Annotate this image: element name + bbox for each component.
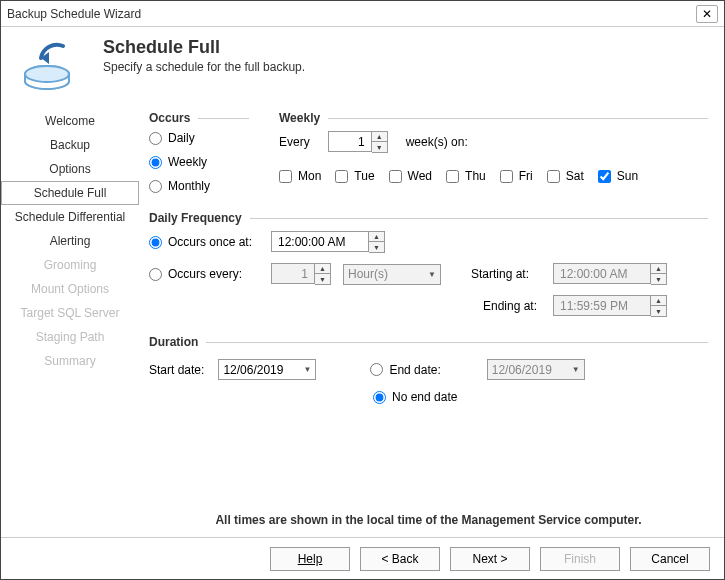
sidebar-item-grooming: Grooming (1, 253, 139, 277)
weekly-group-label: Weekly (279, 111, 320, 125)
finish-button: Finish (540, 547, 620, 571)
header-area: Schedule Full Specify a schedule for the… (1, 27, 724, 103)
wizard-steps-sidebar: Welcome Backup Options Schedule Full Sch… (1, 103, 139, 537)
sidebar-item-backup[interactable]: Backup (1, 133, 139, 157)
day-wed[interactable]: Wed (389, 169, 432, 183)
wizard-window: Backup Schedule Wizard ✕ Schedule Full S… (0, 0, 725, 580)
no-end-date-radio[interactable]: No end date (373, 390, 457, 404)
day-fri[interactable]: Fri (500, 169, 533, 183)
daily-frequency-group: Occurs once at: ▲▼ Occurs every: ▲▼ (149, 231, 708, 317)
content-area: Welcome Backup Options Schedule Full Sch… (1, 103, 724, 537)
sidebar-item-schedule-differential[interactable]: Schedule Differential (1, 205, 139, 229)
occurs-once-label: Occurs once at: (168, 235, 252, 249)
day-sat[interactable]: Sat (547, 169, 584, 183)
close-icon: ✕ (702, 7, 712, 21)
page-subheading: Specify a schedule for the full backup. (103, 60, 305, 74)
duration-row-1: Start date: 12/06/2019▼ End date: 12/06/… (149, 359, 708, 380)
sidebar-item-welcome[interactable]: Welcome (1, 109, 139, 133)
spinner-down-icon[interactable]: ▼ (369, 242, 384, 252)
day-mon[interactable]: Mon (279, 169, 321, 183)
spinner-down-icon[interactable]: ▼ (372, 142, 387, 152)
sidebar-item-options[interactable]: Options (1, 157, 139, 181)
spinner-up-icon: ▲ (315, 264, 330, 274)
ending-at-input (553, 295, 651, 316)
start-date-value: 12/06/2019 (223, 363, 283, 377)
window-title: Backup Schedule Wizard (7, 7, 696, 21)
occurs-group: Occurs Daily Weekly Monthly (149, 107, 249, 193)
weeks-spinner[interactable]: ▲▼ (328, 131, 388, 153)
back-button[interactable]: < Back (360, 547, 440, 571)
once-time-input[interactable] (271, 231, 369, 252)
cancel-button[interactable]: Cancel (630, 547, 710, 571)
occurs-monthly-radio[interactable]: Monthly (149, 179, 249, 193)
duration-row-2: No end date (149, 390, 708, 404)
spinner-up-icon: ▲ (651, 296, 666, 306)
day-thu[interactable]: Thu (446, 169, 486, 183)
end-date-label: End date: (389, 363, 440, 377)
spinner-up-icon[interactable]: ▲ (369, 232, 384, 242)
buttons-bar: Help < Back Next > Finish Cancel (1, 537, 724, 579)
spinner-down-icon: ▼ (651, 306, 666, 316)
start-date-picker[interactable]: 12/06/2019▼ (218, 359, 316, 380)
chevron-down-icon: ▼ (566, 365, 580, 374)
every-value-spinner: ▲▼ (271, 263, 331, 285)
occurs-daily-label: Daily (168, 131, 195, 145)
duration-group-label: Duration (149, 335, 198, 349)
chevron-down-icon: ▼ (422, 270, 436, 279)
sidebar-item-schedule-full[interactable]: Schedule Full (1, 181, 139, 205)
sidebar-item-summary: Summary (1, 349, 139, 373)
occurs-weekly-row: Occurs Daily Weekly Monthly Weekly Every (149, 107, 708, 193)
weeks-input[interactable] (328, 131, 372, 152)
spinner-down-icon: ▼ (651, 274, 666, 284)
main-panel: Occurs Daily Weekly Monthly Weekly Every (139, 103, 724, 537)
day-sun[interactable]: Sun (598, 169, 638, 183)
occurs-monthly-label: Monthly (168, 179, 210, 193)
weeks-on-label: week(s) on: (406, 135, 468, 149)
page-heading: Schedule Full (103, 37, 305, 58)
occurs-every-label: Occurs every: (168, 267, 242, 281)
every-unit-value: Hour(s) (348, 267, 388, 281)
once-time-spinner[interactable]: ▲▼ (271, 231, 385, 253)
end-date-radio[interactable]: End date: (370, 363, 440, 377)
titlebar: Backup Schedule Wizard ✕ (1, 1, 724, 27)
window-body: Schedule Full Specify a schedule for the… (1, 27, 724, 579)
no-end-date-label: No end date (392, 390, 457, 404)
next-button[interactable]: Next > (450, 547, 530, 571)
every-unit-select: Hour(s)▼ (343, 264, 441, 285)
spinner-up-icon: ▲ (651, 264, 666, 274)
occurs-weekly-radio[interactable]: Weekly (149, 155, 249, 169)
sidebar-item-mount-options: Mount Options (1, 277, 139, 301)
occurs-daily-radio[interactable]: Daily (149, 131, 249, 145)
close-button[interactable]: ✕ (696, 5, 718, 23)
every-label: Every (279, 135, 310, 149)
end-date-picker: 12/06/2019▼ (487, 359, 585, 380)
schedule-icon (15, 37, 85, 97)
starting-at-label: Starting at: (471, 267, 541, 281)
spinner-down-icon: ▼ (315, 274, 330, 284)
ending-at-spinner: ▲▼ (553, 295, 667, 317)
daily-frequency-group-label: Daily Frequency (149, 211, 242, 225)
sidebar-item-target-sql: Target SQL Server (1, 301, 139, 325)
chevron-down-icon[interactable]: ▼ (297, 365, 311, 374)
occurs-every-radio[interactable]: Occurs every: (149, 267, 259, 281)
starting-at-spinner: ▲▼ (553, 263, 667, 285)
header-text: Schedule Full Specify a schedule for the… (103, 37, 305, 74)
ending-at-label: Ending at: (471, 299, 541, 313)
day-tue[interactable]: Tue (335, 169, 374, 183)
sidebar-item-alerting[interactable]: Alerting (1, 229, 139, 253)
every-value-input (271, 263, 315, 284)
help-button[interactable]: Help (270, 547, 350, 571)
days-row: Mon Tue Wed Thu Fri Sat Sun (279, 169, 708, 183)
occurs-once-radio[interactable]: Occurs once at: (149, 235, 259, 249)
weeks-spinner-buttons[interactable]: ▲▼ (372, 131, 388, 153)
occurs-weekly-label: Weekly (168, 155, 207, 169)
spinner-up-icon[interactable]: ▲ (372, 132, 387, 142)
svg-point-1 (25, 66, 69, 82)
timezone-note: All times are shown in the local time of… (149, 505, 708, 531)
end-date-value: 12/06/2019 (492, 363, 552, 377)
sidebar-item-staging-path: Staging Path (1, 325, 139, 349)
start-date-label: Start date: (149, 363, 204, 377)
weekly-group: Weekly Every ▲▼ week(s) on: (279, 107, 708, 193)
starting-at-input (553, 263, 651, 284)
occurs-group-label: Occurs (149, 111, 190, 125)
